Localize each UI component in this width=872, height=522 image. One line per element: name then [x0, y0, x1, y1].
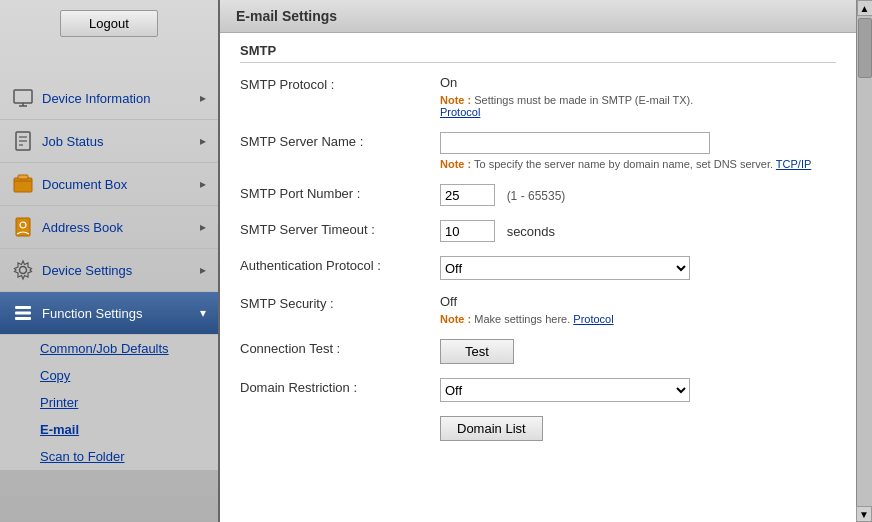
- scrollbar-thumb[interactable]: [858, 18, 872, 78]
- note-text: Make settings here.: [474, 313, 570, 325]
- submenu-item-email[interactable]: E-mail: [0, 416, 218, 443]
- domain-list-row: Domain List: [240, 416, 836, 441]
- smtp-port-range: (1 - 65535): [507, 189, 566, 203]
- svg-rect-14: [15, 317, 31, 320]
- sidebar-item-document-box[interactable]: Document Box ▸: [0, 163, 218, 206]
- smtp-port-row: SMTP Port Number : (1 - 65535): [240, 184, 836, 206]
- arrow-icon: ▸: [200, 91, 206, 105]
- arrow-icon: ▸: [200, 220, 206, 234]
- document-box-icon: [12, 173, 34, 195]
- security-protocol-link[interactable]: Protocol: [573, 313, 613, 325]
- protocol-link[interactable]: Protocol: [440, 106, 480, 118]
- test-button[interactable]: Test: [440, 339, 514, 364]
- smtp-server-name-row: SMTP Server Name : Note : To specify the…: [240, 132, 836, 170]
- main-content: E-mail Settings SMTP SMTP Protocol : On …: [220, 0, 856, 522]
- auth-protocol-label: Authentication Protocol :: [240, 256, 440, 273]
- auth-protocol-row: Authentication Protocol : Off On: [240, 256, 836, 280]
- connection-test-label: Connection Test :: [240, 339, 440, 356]
- sidebar-item-label: Address Book: [42, 220, 200, 235]
- smtp-port-value: (1 - 65535): [440, 184, 836, 206]
- smtp-timeout-input[interactable]: [440, 220, 495, 242]
- smtp-timeout-label: SMTP Server Timeout :: [240, 220, 440, 237]
- sidebar-item-address-book[interactable]: Address Book ▸: [0, 206, 218, 249]
- section-smtp: SMTP: [240, 43, 836, 63]
- function-settings-submenu: Common/Job Defaults Copy Printer E-mail …: [0, 335, 218, 470]
- sidebar-item-job-status[interactable]: Job Status ▸: [0, 120, 218, 163]
- sidebar-nav: Device Information ▸ Job Status ▸ Docume…: [0, 77, 218, 470]
- arrow-icon: ▸: [200, 134, 206, 148]
- sidebar: Logout Device Information ▸ Job Status ▸…: [0, 0, 220, 522]
- note-text: Settings must be made in SMTP (E-mail TX…: [474, 94, 693, 106]
- smtp-server-note: Note : To specify the server name by dom…: [440, 158, 836, 170]
- svg-rect-13: [15, 312, 31, 315]
- smtp-security-row: SMTP Security : Off Note : Make settings…: [240, 294, 836, 325]
- domain-restriction-row: Domain Restriction : Off On: [240, 378, 836, 402]
- smtp-protocol-value: On Note : Settings must be made in SMTP …: [440, 75, 836, 118]
- smtp-port-label: SMTP Port Number :: [240, 184, 440, 201]
- logout-button[interactable]: Logout: [60, 10, 158, 37]
- seconds-label: seconds: [507, 224, 555, 239]
- sidebar-item-label: Device Settings: [42, 263, 200, 278]
- svg-point-11: [20, 267, 27, 274]
- page-title: E-mail Settings: [220, 0, 856, 33]
- chevron-down-icon: ▾: [200, 306, 206, 320]
- smtp-timeout-row: SMTP Server Timeout : seconds: [240, 220, 836, 242]
- content-area: SMTP SMTP Protocol : On Note : Settings …: [220, 33, 856, 522]
- auth-protocol-select[interactable]: Off On: [440, 256, 690, 280]
- smtp-server-name-value: Note : To specify the server name by dom…: [440, 132, 836, 170]
- job-status-icon: [12, 130, 34, 152]
- smtp-security-status: Off: [440, 294, 836, 309]
- svg-rect-7: [14, 178, 32, 192]
- sidebar-item-device-settings[interactable]: Device Settings ▸: [0, 249, 218, 292]
- sidebar-item-device-information[interactable]: Device Information ▸: [0, 77, 218, 120]
- smtp-server-name-label: SMTP Server Name :: [240, 132, 440, 149]
- note-label: Note :: [440, 313, 471, 325]
- scroll-up-button[interactable]: ▲: [857, 0, 873, 16]
- address-book-icon: [12, 216, 34, 238]
- sidebar-item-label: Function Settings: [42, 306, 200, 321]
- sidebar-item-label: Device Information: [42, 91, 200, 106]
- submenu-item-common-job[interactable]: Common/Job Defaults: [0, 335, 218, 362]
- domain-restriction-select[interactable]: Off On: [440, 378, 690, 402]
- smtp-port-input[interactable]: [440, 184, 495, 206]
- note-text: To specify the server name by domain nam…: [474, 158, 773, 170]
- tcpip-link[interactable]: TCP/IP: [776, 158, 811, 170]
- submenu-item-scan-to-folder[interactable]: Scan to Folder: [0, 443, 218, 470]
- smtp-security-label: SMTP Security :: [240, 294, 440, 311]
- note-label: Note :: [440, 94, 471, 106]
- smtp-timeout-value: seconds: [440, 220, 836, 242]
- device-settings-icon: [12, 259, 34, 281]
- smtp-security-value: Off Note : Make settings here. Protocol: [440, 294, 836, 325]
- arrow-icon: ▸: [200, 177, 206, 191]
- submenu-item-printer[interactable]: Printer: [0, 389, 218, 416]
- sidebar-item-function-settings[interactable]: Function Settings ▾: [0, 292, 218, 335]
- smtp-server-name-input[interactable]: [440, 132, 710, 154]
- sidebar-item-label: Job Status: [42, 134, 200, 149]
- submenu-item-copy[interactable]: Copy: [0, 362, 218, 389]
- connection-test-value: Test: [440, 339, 836, 364]
- svg-rect-12: [15, 306, 31, 309]
- device-info-icon: [12, 87, 34, 109]
- smtp-security-note: Note : Make settings here. Protocol: [440, 313, 836, 325]
- smtp-protocol-status: On: [440, 75, 836, 90]
- connection-test-row: Connection Test : Test: [240, 339, 836, 364]
- domain-restriction-label: Domain Restriction :: [240, 378, 440, 395]
- smtp-protocol-label: SMTP Protocol :: [240, 75, 440, 92]
- scrollbar: ▲ ▼: [856, 0, 872, 522]
- smtp-protocol-note: Note : Settings must be made in SMTP (E-…: [440, 94, 836, 118]
- auth-protocol-value: Off On: [440, 256, 836, 280]
- function-settings-icon: [12, 302, 34, 324]
- sidebar-item-label: Document Box: [42, 177, 200, 192]
- arrow-icon: ▸: [200, 263, 206, 277]
- svg-rect-0: [14, 90, 32, 103]
- note-label: Note :: [440, 158, 471, 170]
- svg-rect-8: [18, 175, 28, 179]
- smtp-protocol-row: SMTP Protocol : On Note : Settings must …: [240, 75, 836, 118]
- domain-list-button[interactable]: Domain List: [440, 416, 543, 441]
- scroll-down-button[interactable]: ▼: [856, 506, 872, 522]
- domain-restriction-value: Off On: [440, 378, 836, 402]
